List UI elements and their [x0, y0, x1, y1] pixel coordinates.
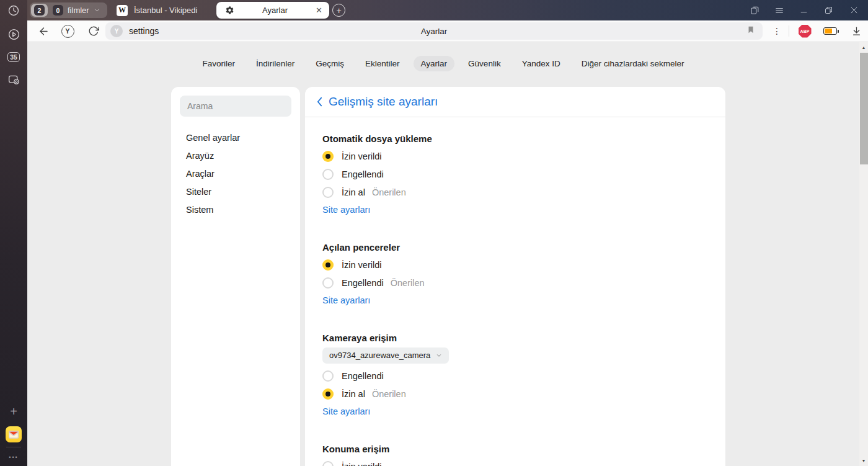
yandex-home-icon[interactable]: Y [59, 20, 76, 42]
tab-counter-icon[interactable]: 35 [0, 48, 27, 66]
add-panel-icon[interactable]: + [0, 402, 27, 421]
radio-unselected[interactable] [322, 461, 334, 466]
downloads-icon[interactable] [849, 20, 863, 42]
radio-selected[interactable] [322, 259, 334, 271]
settings-menu: Genel ayarlarArayüzAraçlarSitelerSistem [180, 128, 291, 218]
chevron-down-icon [94, 7, 100, 14]
settings-menu-item[interactable]: Sistem [180, 200, 291, 218]
maximize-restore-icon[interactable] [822, 0, 835, 20]
app-sidebar: 35 + ••• [0, 0, 27, 466]
tab-group-label: filmler [68, 6, 89, 15]
kebab-menu-icon[interactable]: ⋮ [772, 20, 782, 42]
tab-group[interactable]: 2 0 filmler [30, 2, 107, 18]
camera-device-dropdown[interactable]: ov9734_azurewave_camera [322, 347, 449, 364]
radio-option-row: İzin alÖnerilen [322, 183, 708, 201]
radio-option-row: İzin verildi [322, 457, 708, 466]
site-settings-link[interactable]: Site ayarları [322, 406, 370, 420]
radio-option-row: İzin alÖnerilen [322, 385, 708, 403]
option-label[interactable]: Engellendi [342, 371, 384, 381]
settings-section: Otomatik dosya yüklemeİzin verildiEngell… [322, 133, 708, 218]
radio-selected[interactable] [322, 151, 334, 162]
adblock-plus-icon[interactable]: ABP [798, 20, 812, 42]
omnibox-page-title: Ayarlar [105, 27, 763, 36]
settings-menu-item[interactable]: Genel ayarlar [180, 128, 291, 146]
settings-section: Kameraya erişimov9734_azurewave_cameraEn… [322, 333, 708, 420]
more-options-icon[interactable]: ••• [0, 448, 27, 466]
page-favicon: Y [110, 25, 123, 37]
settings-nav-item[interactable]: Favoriler [195, 56, 242, 71]
settings-top-nav: FavorilerİndirilenlerGeçmişEklentilerAya… [27, 56, 859, 71]
y-glyph: Y [61, 25, 74, 38]
browser-toolbar: Y Y settings Ayarlar ⋮ ABP [27, 20, 868, 42]
wikipedia-favicon: W [117, 5, 128, 16]
battery-icon[interactable] [823, 20, 837, 42]
tab-group-collapsed-segment[interactable]: 0 filmler [48, 5, 106, 16]
settings-sidebar-card: Genel ayarlarArayüzAraçlarSitelerSistem [171, 87, 300, 466]
scrollbar-thumb[interactable] [860, 53, 868, 164]
settings-section: Konuma erişimİzin verildi [322, 444, 708, 466]
settings-menu-item[interactable]: Arayüz [180, 146, 291, 164]
dropdown-value: ov9734_azurewave_camera [329, 351, 430, 360]
tab-group-count-badge: 2 [34, 5, 45, 16]
menu-hamburger-icon[interactable] [773, 0, 786, 20]
scroll-down-arrow[interactable]: ▼ [859, 459, 868, 463]
option-suffix: Önerilen [391, 278, 425, 288]
back-chevron-icon[interactable] [316, 96, 323, 107]
tab-counter-value: 35 [7, 52, 20, 62]
minimize-icon[interactable] [797, 0, 810, 20]
settings-nav-item-active[interactable]: Ayarlar [414, 56, 455, 71]
plus-glyph: + [10, 405, 17, 419]
scrollbar[interactable]: ▲ ▼ [859, 42, 868, 466]
bookmark-icon[interactable] [746, 25, 755, 37]
radio-unselected[interactable] [322, 169, 334, 180]
site-settings-link[interactable]: Site ayarları [322, 205, 370, 218]
dots-glyph: ••• [9, 454, 18, 460]
site-settings-link[interactable]: Site ayarları [322, 295, 370, 309]
settings-sections: Otomatik dosya yüklemeİzin verildiEngell… [305, 117, 725, 466]
radio-selected[interactable] [322, 388, 334, 400]
address-bar[interactable]: Y settings Ayarlar [105, 22, 763, 40]
new-tab-button[interactable]: + [332, 4, 345, 17]
yandex-mail-icon[interactable] [0, 425, 27, 444]
settings-nav-item[interactable]: Yandex ID [515, 56, 568, 71]
option-label[interactable]: İzin al [342, 187, 365, 197]
option-label[interactable]: Engellendi [342, 278, 384, 288]
settings-nav-item[interactable]: Geçmiş [308, 56, 352, 71]
radio-unselected[interactable] [322, 370, 334, 382]
refresh-icon[interactable] [85, 20, 102, 42]
settings-menu-item[interactable]: Araçlar [180, 164, 291, 182]
dropdown-row: ov9734_azurewave_camera [322, 346, 708, 364]
side-panel-icon[interactable] [748, 0, 761, 20]
play-icon[interactable] [0, 25, 27, 43]
radio-option-row: Engellendi [322, 367, 708, 385]
option-label[interactable]: İzin verildi [342, 260, 381, 270]
tab-close-icon[interactable]: ✕ [316, 6, 322, 14]
history-icon[interactable] [0, 1, 27, 20]
option-label[interactable]: Engellendi [342, 169, 384, 179]
settings-nav-item[interactable]: Güvenlik [461, 56, 508, 71]
radio-option-row: Engellendi [322, 165, 708, 183]
option-label[interactable]: İzin verildi [342, 151, 381, 161]
settings-nav-item[interactable]: İndirilenler [249, 56, 302, 71]
back-icon[interactable] [35, 20, 52, 42]
tab-group-active-segment[interactable]: 2 [31, 4, 48, 17]
option-label[interactable]: İzin verildi [342, 462, 381, 466]
close-window-icon[interactable] [848, 0, 860, 20]
settings-menu-item[interactable]: Siteler [180, 182, 291, 200]
settings-nav-item[interactable]: Diğer cihazlardaki sekmeler [574, 56, 692, 71]
tab-title: Ayarlar [234, 6, 316, 15]
battery-body [823, 27, 837, 35]
radio-unselected[interactable] [322, 187, 334, 198]
scroll-up-arrow[interactable]: ▲ [859, 45, 868, 50]
screenshot-icon[interactable] [0, 70, 27, 89]
tab-istanbul-vikipedi[interactable]: W İstanbul - Vikipedi [109, 0, 215, 20]
radio-unselected[interactable] [322, 277, 334, 289]
mail-app-badge [6, 426, 22, 442]
option-label[interactable]: İzin al [342, 389, 365, 399]
tab-title: İstanbul - Vikipedi [134, 6, 197, 15]
settings-section: Açılan pencerelerİzin verildiEngellendiÖ… [322, 242, 708, 309]
settings-search-input[interactable] [180, 96, 291, 117]
settings-nav-item[interactable]: Eklentiler [358, 56, 407, 71]
tab-ayarlar-active[interactable]: Ayarlar ✕ [216, 2, 329, 19]
section-title: Konuma erişim [322, 444, 708, 455]
